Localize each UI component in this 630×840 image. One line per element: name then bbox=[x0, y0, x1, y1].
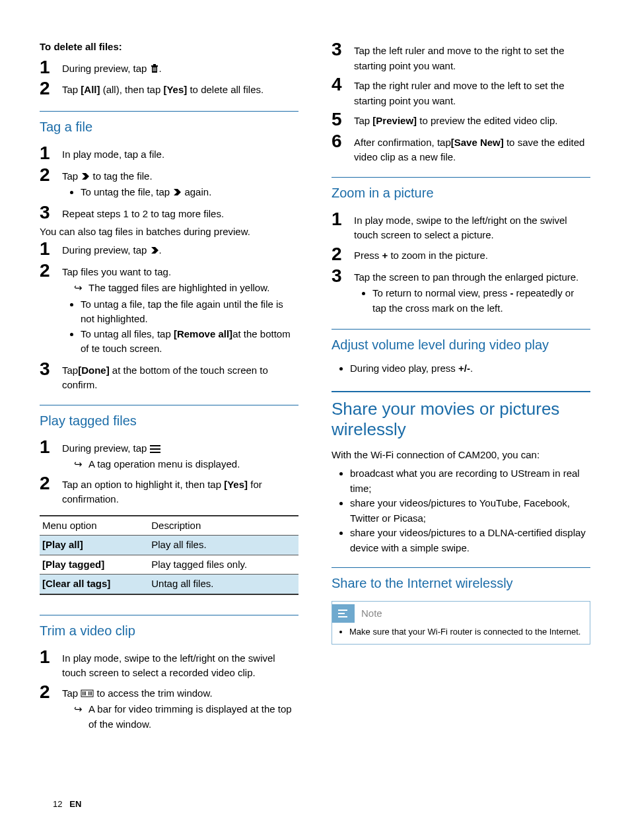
text: Press bbox=[354, 250, 382, 261]
text-bold: +/- bbox=[458, 363, 470, 374]
text: to tag the file. bbox=[90, 170, 152, 182]
text: (all), then tap bbox=[100, 84, 164, 95]
zoom-step-2: 2 Press + to zoom in the picture. bbox=[332, 244, 590, 265]
step-number: 6 bbox=[332, 131, 354, 152]
text-bold: [All] bbox=[81, 84, 100, 95]
step-number: 5 bbox=[332, 110, 354, 130]
text: Tap the right ruler and move to the left… bbox=[354, 75, 590, 108]
text: During preview, tap bbox=[62, 442, 150, 454]
text: Tap files you want to tag. bbox=[62, 266, 171, 277]
table-cell: Play all files. bbox=[149, 536, 298, 555]
text: Tap an option to highlight it, then tap bbox=[62, 479, 224, 490]
table-cell: Play tagged files only. bbox=[149, 555, 298, 575]
text: Tap bbox=[62, 365, 78, 376]
table-row: [Clear all tags] Untag all files. bbox=[40, 575, 298, 594]
text-bold: [Remove all] bbox=[174, 328, 232, 339]
svg-rect-13 bbox=[83, 691, 83, 695]
table-cell: [Clear all tags] bbox=[40, 575, 149, 594]
svg-rect-2 bbox=[153, 64, 156, 65]
list-item: During video play, press +/-. bbox=[350, 361, 590, 376]
svg-rect-1 bbox=[151, 65, 158, 67]
text: In play mode, swipe to the left/right on… bbox=[354, 209, 590, 243]
text: A bar for video trimming is displayed at… bbox=[88, 702, 298, 732]
delete-step-2: 2 Tap [All] (all), then tap [Yes] to del… bbox=[40, 79, 298, 99]
lang-code: EN bbox=[69, 799, 81, 809]
page-number: 12 bbox=[53, 799, 62, 809]
table-cell: [Play all] bbox=[40, 536, 149, 555]
play-step-1: 1 During preview, tap ↪ A tag operation … bbox=[40, 437, 298, 472]
svg-rect-21 bbox=[338, 616, 347, 617]
step-number: 3 bbox=[332, 266, 354, 287]
text: Tap the left ruler and move to the right… bbox=[354, 40, 590, 73]
step-number: 1 bbox=[40, 647, 62, 668]
tag-batch-intro: You can also tag files in batches during… bbox=[40, 225, 298, 240]
text: Tap bbox=[62, 170, 81, 182]
text: In play mode, swipe to the left/right on… bbox=[62, 647, 298, 681]
result-line: ↪ The tagged files are highlighted in ye… bbox=[62, 281, 298, 296]
arrow-icon: ↪ bbox=[74, 457, 88, 472]
note-label: Note bbox=[361, 606, 382, 621]
text-bold: [Save New] bbox=[451, 137, 504, 148]
svg-marker-6 bbox=[82, 173, 89, 180]
svg-rect-4 bbox=[154, 67, 155, 71]
list-item: share your videos/pictures to a DLNA-cer… bbox=[350, 526, 590, 555]
tag-icon bbox=[172, 188, 182, 197]
batch-step-2: 2 Tap files you want to tag. ↪ The tagge… bbox=[40, 261, 298, 358]
note-text: Make sure that your Wi-Fi router is conn… bbox=[349, 625, 582, 639]
step-number: 3 bbox=[40, 359, 62, 380]
share-intro: With the Wi-Fi connection of CAM200, you… bbox=[332, 448, 590, 463]
tag-step-2: 2 Tap to tag the file. To untag the file… bbox=[40, 165, 298, 201]
table-row: [Play tagged] Play tagged files only. bbox=[40, 555, 298, 575]
text: Tap bbox=[62, 84, 81, 95]
heading-share-wireless: Share your movies or pictures wirelessly bbox=[332, 391, 590, 440]
text: During preview, tap bbox=[62, 244, 150, 256]
list-item: To return to normal view, press - repeat… bbox=[372, 286, 590, 316]
svg-marker-8 bbox=[151, 247, 158, 254]
text-bold: + bbox=[382, 250, 388, 261]
step-number: 2 bbox=[40, 473, 62, 494]
step-number: 3 bbox=[332, 40, 354, 60]
page-footer: 12 EN bbox=[53, 798, 81, 811]
table-cell: [Play tagged] bbox=[40, 555, 149, 575]
heading-zoom: Zoom in a picture bbox=[332, 177, 590, 203]
table-cell: Untag all files. bbox=[149, 575, 298, 594]
heading-share-internet: Share to the Internet wirelessly bbox=[332, 567, 590, 593]
step-number: 1 bbox=[40, 239, 62, 260]
result-line: ↪ A tag operation menu is displayed. bbox=[62, 457, 298, 472]
text: . bbox=[159, 63, 162, 74]
trim-icon bbox=[81, 689, 94, 698]
step-number: 2 bbox=[40, 682, 62, 703]
trim-step-2: 2 Tap to access the trim window. ↪ A bar… bbox=[40, 682, 298, 732]
delete-all-heading: To delete all files: bbox=[40, 40, 298, 55]
text-bold: [Preview] bbox=[372, 115, 417, 126]
svg-rect-10 bbox=[150, 448, 160, 450]
text: Tap bbox=[62, 687, 81, 699]
tag-icon bbox=[150, 246, 159, 255]
result-line: ↪ A bar for video trimming is displayed … bbox=[62, 702, 298, 732]
tag-step-1: 1 In play mode, tap a file. bbox=[40, 143, 298, 164]
batch-step-3: 3 Tap[Done] at the bottom of the touch s… bbox=[40, 359, 298, 393]
note-box: Note Make sure that your Wi-Fi router is… bbox=[332, 601, 590, 645]
text: Tap bbox=[354, 115, 372, 126]
text: . bbox=[159, 244, 162, 256]
svg-rect-14 bbox=[84, 691, 85, 695]
svg-rect-15 bbox=[85, 691, 86, 695]
text: After confirmation, tap bbox=[354, 137, 451, 148]
list-item: broadcast what you are recording to UStr… bbox=[350, 466, 590, 496]
step-number: 1 bbox=[332, 209, 354, 230]
text: to preview the edited video clip. bbox=[417, 115, 557, 126]
tag-step-3: 3 Repeat steps 1 to 2 to tag more files. bbox=[40, 203, 298, 223]
list-item: share your videos/pictures to YouTube, F… bbox=[350, 496, 590, 526]
menu-options-table: Menu option Description [Play all] Play … bbox=[40, 515, 298, 595]
text: During video play, press bbox=[350, 363, 458, 374]
trim-step-3: 3 Tap the left ruler and move to the rig… bbox=[332, 40, 590, 73]
text: to delete all files. bbox=[187, 84, 263, 95]
play-step-2: 2 Tap an option to highlight it, then ta… bbox=[40, 473, 298, 507]
step-number: 2 bbox=[40, 261, 62, 281]
svg-rect-19 bbox=[338, 610, 347, 611]
trim-step-6: 6 After confirmation, tap[Save New] to s… bbox=[332, 131, 590, 165]
zoom-step-3: 3 Tap the screen to pan through the enla… bbox=[332, 266, 590, 318]
svg-rect-9 bbox=[150, 445, 160, 446]
svg-rect-11 bbox=[150, 452, 160, 453]
text: To return to normal view, press bbox=[372, 287, 510, 298]
